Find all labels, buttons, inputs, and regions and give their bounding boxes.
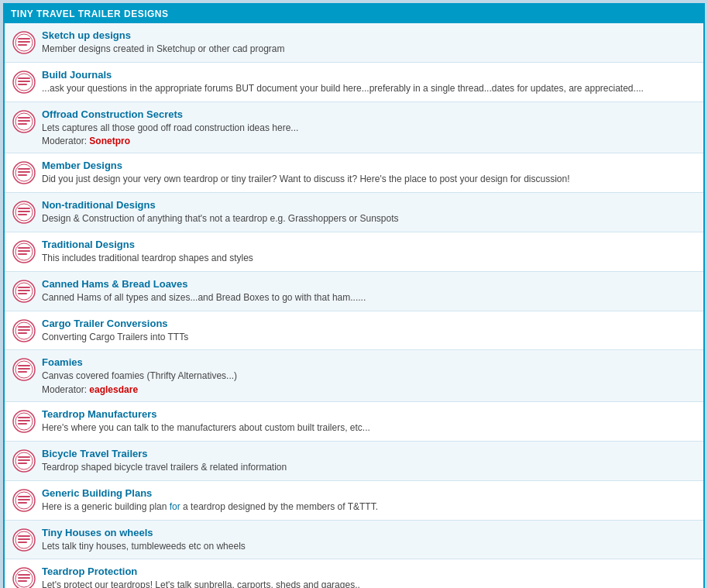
forum-title-cargo-trailer-conversions[interactable]: Cargo Trailer Conversions	[42, 318, 168, 329]
svg-rect-42	[18, 365, 30, 366]
forum-content-generic-building-plans: Generic Building PlansHere is a generic …	[39, 487, 699, 514]
forum-icon	[12, 110, 36, 133]
forum-title-build-journals[interactable]: Build Journals	[42, 69, 112, 81]
forum-title-tiny-houses-on-wheels[interactable]: Tiny Houses on wheels	[42, 527, 153, 538]
forum-row-offroad-construction-secrets: Offroad Construction SecretsLets capture…	[5, 102, 703, 154]
forum-desc-link-generic-building-plans[interactable]: for	[170, 501, 180, 512]
svg-rect-4	[18, 44, 27, 46]
forum-desc-canned-hams-bread-loaves: Canned Hams of all types and sizes...and…	[42, 291, 699, 304]
forum-content-member-designs: Member DesignsDid you just design your v…	[39, 160, 699, 186]
forum-icon-wrap-bicycle-travel-trailers	[9, 448, 39, 473]
forum-icon	[12, 70, 36, 94]
forum-icon	[12, 201, 36, 224]
forum-desc-bicycle-travel-trailers: Teardrop shaped bicycle travel trailers …	[42, 461, 699, 474]
svg-rect-63	[18, 538, 30, 540]
svg-rect-29	[18, 253, 27, 255]
svg-rect-68	[18, 577, 30, 579]
forum-icon	[12, 449, 36, 473]
forum-icon-wrap-teardrop-protection	[9, 566, 39, 588]
forum-desc-traditional-designs: This includes traditional teardrop shape…	[42, 252, 699, 265]
forum-content-sketch-up-designs: Sketch up designsMember designs created …	[39, 29, 699, 56]
forums-list: Sketch up designsMember designs created …	[5, 23, 703, 588]
svg-rect-39	[18, 332, 27, 334]
forum-icon	[12, 319, 36, 342]
forum-desc-member-designs: Did you just design your very own teardr…	[42, 173, 699, 186]
forum-icon-wrap-cargo-trailer-conversions	[9, 318, 39, 342]
svg-rect-2	[18, 38, 30, 40]
forum-row-traditional-designs: Traditional DesignsThis includes traditi…	[5, 232, 703, 272]
forum-title-generic-building-plans[interactable]: Generic Building Plans	[42, 487, 152, 499]
svg-rect-8	[18, 81, 30, 82]
forum-icon-wrap-teardrop-manufacturers	[9, 408, 39, 433]
svg-rect-52	[18, 456, 30, 458]
forum-container: TINY TRAVEL TRAILER DESIGNS Sketch up de…	[3, 3, 705, 588]
forum-title-traditional-designs[interactable]: Traditional Designs	[42, 239, 135, 250]
forum-desc-teardrop-protection: Let's protect our teardrops! Let's talk …	[42, 579, 699, 588]
forum-icon	[12, 240, 36, 263]
forum-title-bicycle-travel-trailers[interactable]: Bicycle Travel Trailers	[42, 448, 148, 459]
forum-content-teardrop-protection: Teardrop ProtectionLet's protect our tea…	[39, 566, 699, 588]
svg-rect-49	[18, 423, 27, 425]
forum-desc-foamies: Canvas covered foamies (Thrifty Alternat…	[42, 370, 699, 383]
forum-icon	[12, 161, 36, 184]
svg-rect-58	[18, 499, 30, 500]
forum-row-tiny-houses-on-wheels: Tiny Houses on wheelsLets talk tiny hous…	[5, 521, 703, 560]
forum-icon	[12, 31, 36, 54]
forum-desc-generic-building-plans: Here is a generic building plan for a te…	[42, 500, 699, 514]
forum-content-build-journals: Build Journals...ask your questions in t…	[39, 69, 699, 95]
forum-icon	[12, 528, 36, 552]
svg-rect-13	[18, 120, 30, 122]
svg-rect-43	[18, 368, 30, 370]
forum-row-member-designs: Member DesignsDid you just design your v…	[5, 153, 703, 193]
forum-title-offroad-construction-secrets[interactable]: Offroad Construction Secrets	[42, 108, 183, 120]
forum-title-member-designs[interactable]: Member Designs	[42, 160, 122, 171]
forum-row-foamies: FoamiesCanvas covered foamies (Thrifty A…	[5, 350, 703, 402]
forum-title-non-traditional-designs[interactable]: Non-traditional Designs	[42, 199, 156, 211]
svg-rect-28	[18, 250, 30, 252]
forum-icon-wrap-offroad-construction-secrets	[9, 108, 39, 133]
forum-content-non-traditional-designs: Non-traditional DesignsDesign & Construc…	[39, 199, 699, 225]
forum-desc-teardrop-manufacturers: Here's where you can talk to the manufac…	[42, 421, 699, 435]
forum-desc-build-journals: ...ask your questions in the appropriate…	[42, 82, 699, 95]
svg-rect-53	[18, 459, 30, 461]
forum-desc-sketch-up-designs: Member designs created in Sketchup or ot…	[42, 43, 699, 56]
forum-title-foamies[interactable]: Foamies	[42, 356, 83, 368]
forum-title-teardrop-manufacturers[interactable]: Teardrop Manufacturers	[42, 408, 157, 420]
svg-rect-9	[18, 84, 27, 85]
forum-icon	[12, 358, 36, 381]
forum-row-generic-building-plans: Generic Building PlansHere is a generic …	[5, 481, 703, 521]
forum-title-teardrop-protection[interactable]: Teardrop Protection	[42, 566, 137, 577]
forum-icon-wrap-traditional-designs	[9, 239, 39, 263]
forum-desc-cargo-trailer-conversions: Converting Cargo Trailers into TTTs	[42, 331, 699, 344]
svg-rect-47	[18, 417, 30, 418]
forum-icon-wrap-generic-building-plans	[9, 487, 39, 512]
forum-icon-wrap-tiny-houses-on-wheels	[9, 527, 39, 552]
svg-rect-48	[18, 420, 30, 421]
svg-rect-57	[18, 496, 30, 497]
forum-icon-wrap-build-journals	[9, 69, 39, 94]
svg-rect-38	[18, 329, 30, 331]
forum-row-bicycle-travel-trailers: Bicycle Travel TrailersTeardrop shaped b…	[5, 442, 703, 481]
svg-rect-62	[18, 535, 30, 537]
forum-row-canned-hams-bread-loaves: Canned Hams & Bread LoavesCanned Hams of…	[5, 272, 703, 311]
forum-title-sketch-up-designs[interactable]: Sketch up designs	[42, 29, 131, 41]
forum-content-bicycle-travel-trailers: Bicycle Travel TrailersTeardrop shaped b…	[39, 448, 699, 474]
svg-rect-34	[18, 293, 27, 294]
forum-icon-wrap-member-designs	[9, 160, 39, 184]
forum-moderator-link-foamies[interactable]: eaglesdare	[89, 384, 138, 395]
forum-content-offroad-construction-secrets: Offroad Construction SecretsLets capture…	[39, 108, 699, 147]
forum-row-build-journals: Build Journals...ask your questions in t…	[5, 63, 703, 102]
forum-moderator-foamies: Moderator: eaglesdare	[42, 384, 699, 395]
svg-rect-14	[18, 123, 27, 125]
forum-row-teardrop-manufacturers: Teardrop ManufacturersHere's where you c…	[5, 402, 703, 442]
svg-rect-67	[18, 574, 30, 576]
forum-moderator-link-offroad-construction-secrets[interactable]: Sonetpro	[89, 136, 130, 146]
forum-icon-wrap-foamies	[9, 356, 39, 381]
svg-rect-17	[18, 168, 30, 170]
forum-icon	[12, 567, 36, 588]
forum-title-canned-hams-bread-loaves[interactable]: Canned Hams & Bread Loaves	[42, 278, 188, 290]
forum-desc-tiny-houses-on-wheels: Lets talk tiny houses, tumbleweeds etc o…	[42, 540, 699, 553]
forum-icon	[12, 410, 36, 433]
svg-rect-23	[18, 211, 30, 212]
svg-rect-64	[18, 542, 27, 543]
